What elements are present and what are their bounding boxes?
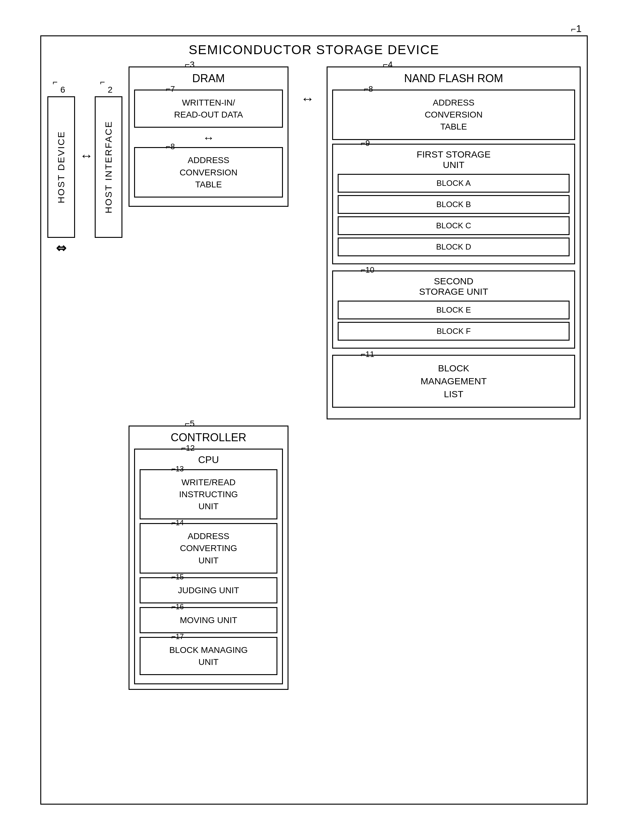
ref-11: ⌐11 xyxy=(361,349,374,359)
host-interface-label: HOST INTERFACE xyxy=(103,121,114,213)
first-storage-unit-box: ⌐9 FIRST STORAGEUNIT BLOCK A BLOCK B BLO… xyxy=(332,144,575,264)
block-c-box: BLOCK C xyxy=(338,216,570,235)
block-management-list-text: BLOCKMANAGEMENTLIST xyxy=(339,362,568,401)
controller-box: ⌐5 CONTROLLER ⌐12 CPU ⌐13 WRITE/READINST… xyxy=(129,426,288,690)
main-title: SEMICONDUCTOR STORAGE DEVICE xyxy=(47,43,581,57)
ref-13: ⌐13 xyxy=(171,464,184,473)
address-converting-unit-text: ADDRESSCONVERTINGUNIT xyxy=(145,530,272,567)
nand-box: ⌐4 NAND FLASH ROM ⌐8 ADDRESSCONVERSIONTA… xyxy=(327,66,581,419)
second-storage-unit-box: ⌐10 SECONDSTORAGE UNIT BLOCK E BLOCK F xyxy=(332,270,575,349)
block-e-box: BLOCK E xyxy=(338,301,570,319)
ref-3: ⌐3 xyxy=(185,60,195,69)
host-device-arrow: ⇔ xyxy=(56,241,66,255)
host-device-container: ⌐ 6 HOST DEVICE ⇔ xyxy=(47,85,75,255)
host-interface-container: ⌐ 2 HOST INTERFACE xyxy=(95,85,123,238)
written-in-read-out-text: WRITTEN-IN/READ-OUT DATA xyxy=(140,96,277,121)
hd-hi-arrow: ↔ xyxy=(80,148,93,163)
inner-content: ⌐3 DRAM ⌐7 WRITTEN-IN/READ-OUT DATA ↔ ⌐8 xyxy=(129,66,581,690)
block-d-text: BLOCK D xyxy=(436,242,471,251)
block-management-list-box: ⌐11 BLOCKMANAGEMENTLIST xyxy=(332,355,575,408)
block-managing-unit-text: BLOCK MANAGINGUNIT xyxy=(145,644,272,668)
dram-nand-arrow: ↔ xyxy=(134,131,283,145)
moving-unit-text: MOVING UNIT xyxy=(145,614,272,626)
first-storage-unit-title: FIRST STORAGEUNIT xyxy=(338,149,570,170)
top-row: ⌐3 DRAM ⌐7 WRITTEN-IN/READ-OUT DATA ↔ ⌐8 xyxy=(129,66,581,419)
nand-act-box: ⌐8 ADDRESSCONVERSIONTABLE xyxy=(332,90,575,140)
nand-act-text: ADDRESSCONVERSIONTABLE xyxy=(338,96,570,133)
ref-12: ⌐12 xyxy=(181,444,195,453)
ref-10: ⌐10 xyxy=(361,265,374,275)
outer-box: SEMICONDUCTOR STORAGE DEVICE ⌐ 6 HOST DE… xyxy=(40,35,588,805)
block-b-box: BLOCK B xyxy=(338,195,570,214)
host-device-label: HOST DEVICE xyxy=(56,131,66,204)
ref-17: ⌐17 xyxy=(171,632,184,641)
ref-16: ⌐16 xyxy=(171,602,184,611)
controller-title: CONTROLLER xyxy=(134,431,283,444)
dram-act-box: ⌐8 ADDRESSCONVERSIONTABLE xyxy=(134,147,283,197)
dram-nand-horiz-arrow: ↔ xyxy=(301,66,314,106)
host-device-box: HOST DEVICE xyxy=(47,96,75,238)
dram-act-text: ADDRESSCONVERSIONTABLE xyxy=(140,154,277,191)
write-read-unit-box: ⌐13 WRITE/READINSTRUCTINGUNIT xyxy=(140,469,277,520)
block-a-text: BLOCK A xyxy=(436,178,471,188)
block-d-box: BLOCK D xyxy=(338,238,570,256)
cpu-title: CPU xyxy=(140,454,277,466)
host-interface-box: HOST INTERFACE xyxy=(95,96,123,238)
judging-unit-box: ⌐15 JUDGING UNIT xyxy=(140,577,277,603)
ref-7: ⌐7 xyxy=(166,84,175,94)
ref-9: ⌐9 xyxy=(361,139,370,148)
ref-14: ⌐14 xyxy=(171,518,184,527)
ref-6-label: 6 xyxy=(60,85,65,95)
page: ⌐1 SEMICONDUCTOR STORAGE DEVICE ⌐ 6 HOST… xyxy=(22,17,606,823)
address-converting-unit-box: ⌐14 ADDRESSCONVERTINGUNIT xyxy=(140,523,277,573)
block-f-box: BLOCK F xyxy=(338,322,570,341)
block-b-text: BLOCK B xyxy=(436,200,471,209)
block-c-text: BLOCK C xyxy=(436,221,471,230)
ref-8-nand: ⌐8 xyxy=(364,84,373,94)
written-in-read-out-box: ⌐7 WRITTEN-IN/READ-OUT DATA xyxy=(134,90,283,128)
ref-4: ⌐4 xyxy=(383,60,393,69)
dram-box: ⌐3 DRAM ⌐7 WRITTEN-IN/READ-OUT DATA ↔ ⌐8 xyxy=(129,66,288,207)
nand-title: NAND FLASH ROM xyxy=(332,72,575,85)
second-storage-unit-title: SECONDSTORAGE UNIT xyxy=(338,276,570,297)
ref-15: ⌐15 xyxy=(171,573,184,581)
ref-2-label: 2 xyxy=(108,85,113,95)
block-f-text: BLOCK F xyxy=(436,327,471,336)
main-layout: ⌐ 6 HOST DEVICE ⇔ ↔ ⌐ 2 xyxy=(47,66,581,774)
block-managing-unit-box: ⌐17 BLOCK MANAGINGUNIT xyxy=(140,637,277,675)
write-read-unit-text: WRITE/READINSTRUCTINGUNIT xyxy=(145,476,272,513)
ref-1: ⌐1 xyxy=(571,23,582,35)
judging-unit-text: JUDGING UNIT xyxy=(145,584,272,596)
ref-8-dram: ⌐8 xyxy=(166,142,175,152)
cpu-box: ⌐12 CPU ⌐13 WRITE/READINSTRUCTINGUNIT ⌐1… xyxy=(134,448,283,685)
dram-title: DRAM xyxy=(134,72,283,85)
block-a-box: BLOCK A xyxy=(338,174,570,193)
moving-unit-box: ⌐16 MOVING UNIT xyxy=(140,607,277,633)
block-e-text: BLOCK E xyxy=(436,305,471,314)
ref-5: ⌐5 xyxy=(185,419,195,429)
hd-hi-arrow-area: ↔ xyxy=(78,85,95,226)
